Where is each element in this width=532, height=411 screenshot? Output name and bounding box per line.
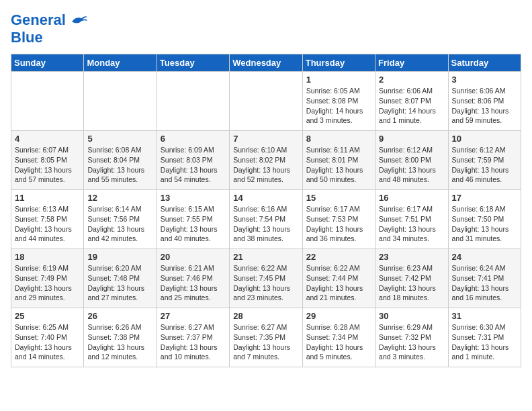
- day-number: 4: [15, 134, 80, 144]
- day-number: 19: [87, 252, 152, 262]
- day-number: 20: [161, 252, 226, 262]
- calendar-week-row: 11Sunrise: 6:13 AM Sunset: 7:58 PM Dayli…: [11, 190, 521, 249]
- day-number: 15: [306, 193, 371, 203]
- day-info: Sunrise: 6:27 AM Sunset: 7:37 PM Dayligh…: [161, 322, 226, 362]
- header-saturday: Saturday: [448, 54, 521, 72]
- calendar-cell: 29Sunrise: 6:28 AM Sunset: 7:34 PM Dayli…: [302, 308, 375, 367]
- header-thursday: Thursday: [302, 54, 375, 72]
- day-number: 26: [87, 311, 152, 321]
- calendar-cell: 23Sunrise: 6:23 AM Sunset: 7:42 PM Dayli…: [375, 249, 448, 308]
- day-info: Sunrise: 6:08 AM Sunset: 8:04 PM Dayligh…: [87, 145, 152, 185]
- calendar-cell: [157, 72, 229, 131]
- day-number: 5: [87, 134, 152, 144]
- header-sunday: Sunday: [11, 54, 84, 72]
- calendar-cell: 11Sunrise: 6:13 AM Sunset: 7:58 PM Dayli…: [11, 190, 84, 249]
- calendar-cell: [11, 72, 84, 131]
- day-number: 24: [452, 252, 517, 262]
- logo-bird-icon: [67, 11, 89, 30]
- day-info: Sunrise: 6:26 AM Sunset: 7:38 PM Dayligh…: [87, 322, 152, 362]
- calendar-cell: [84, 72, 157, 131]
- day-number: 21: [233, 252, 298, 262]
- day-info: Sunrise: 6:19 AM Sunset: 7:49 PM Dayligh…: [15, 263, 80, 303]
- calendar-cell: 7Sunrise: 6:10 AM Sunset: 8:02 PM Daylig…: [230, 131, 302, 190]
- day-number: 18: [15, 252, 80, 262]
- day-number: 16: [379, 193, 444, 203]
- calendar-cell: [230, 72, 302, 131]
- day-info: Sunrise: 6:22 AM Sunset: 7:44 PM Dayligh…: [306, 263, 371, 303]
- day-number: 14: [233, 193, 298, 203]
- calendar-cell: 26Sunrise: 6:26 AM Sunset: 7:38 PM Dayli…: [84, 308, 157, 367]
- day-number: 23: [379, 252, 444, 262]
- calendar-cell: 13Sunrise: 6:15 AM Sunset: 7:55 PM Dayli…: [157, 190, 229, 249]
- day-number: 27: [161, 311, 226, 321]
- day-number: 9: [379, 134, 444, 144]
- calendar-cell: 19Sunrise: 6:20 AM Sunset: 7:48 PM Dayli…: [84, 249, 157, 308]
- calendar-cell: 4Sunrise: 6:07 AM Sunset: 8:05 PM Daylig…: [11, 131, 84, 190]
- header-monday: Monday: [84, 54, 157, 72]
- day-number: 10: [452, 134, 517, 144]
- day-info: Sunrise: 6:27 AM Sunset: 7:35 PM Dayligh…: [233, 322, 298, 362]
- calendar-cell: 21Sunrise: 6:22 AM Sunset: 7:45 PM Dayli…: [230, 249, 302, 308]
- logo-text: General: [11, 12, 66, 28]
- page-header: General Blue: [11, 11, 521, 46]
- day-number: 30: [379, 311, 444, 321]
- calendar-table: SundayMondayTuesdayWednesdayThursdayFrid…: [11, 54, 521, 367]
- logo: General Blue: [11, 11, 89, 46]
- day-number: 6: [161, 134, 226, 144]
- day-info: Sunrise: 6:09 AM Sunset: 8:03 PM Dayligh…: [161, 145, 226, 185]
- day-number: 12: [87, 193, 152, 203]
- day-number: 11: [15, 193, 80, 203]
- calendar-week-row: 4Sunrise: 6:07 AM Sunset: 8:05 PM Daylig…: [11, 131, 521, 190]
- logo-text-blue: Blue: [11, 30, 89, 46]
- day-info: Sunrise: 6:12 AM Sunset: 8:00 PM Dayligh…: [379, 145, 444, 185]
- header-tuesday: Tuesday: [157, 54, 229, 72]
- day-number: 2: [379, 75, 444, 85]
- calendar-cell: 27Sunrise: 6:27 AM Sunset: 7:37 PM Dayli…: [157, 308, 229, 367]
- header-friday: Friday: [375, 54, 448, 72]
- day-info: Sunrise: 6:06 AM Sunset: 8:07 PM Dayligh…: [379, 86, 444, 126]
- day-info: Sunrise: 6:25 AM Sunset: 7:40 PM Dayligh…: [15, 322, 80, 362]
- day-number: 13: [161, 193, 226, 203]
- day-info: Sunrise: 6:28 AM Sunset: 7:34 PM Dayligh…: [306, 322, 371, 362]
- day-number: 7: [233, 134, 298, 144]
- calendar-cell: 1Sunrise: 6:05 AM Sunset: 8:08 PM Daylig…: [302, 72, 375, 131]
- day-info: Sunrise: 6:21 AM Sunset: 7:46 PM Dayligh…: [161, 263, 226, 303]
- calendar-cell: 28Sunrise: 6:27 AM Sunset: 7:35 PM Dayli…: [230, 308, 302, 367]
- calendar-cell: 18Sunrise: 6:19 AM Sunset: 7:49 PM Dayli…: [11, 249, 84, 308]
- calendar-cell: 31Sunrise: 6:30 AM Sunset: 7:31 PM Dayli…: [448, 308, 521, 367]
- day-info: Sunrise: 6:07 AM Sunset: 8:05 PM Dayligh…: [15, 145, 80, 185]
- calendar-cell: 5Sunrise: 6:08 AM Sunset: 8:04 PM Daylig…: [84, 131, 157, 190]
- day-number: 28: [233, 311, 298, 321]
- calendar-cell: 24Sunrise: 6:24 AM Sunset: 7:41 PM Dayli…: [448, 249, 521, 308]
- calendar-cell: 14Sunrise: 6:16 AM Sunset: 7:54 PM Dayli…: [230, 190, 302, 249]
- day-number: 17: [452, 193, 517, 203]
- day-number: 25: [15, 311, 80, 321]
- calendar-cell: 9Sunrise: 6:12 AM Sunset: 8:00 PM Daylig…: [375, 131, 448, 190]
- calendar-cell: 6Sunrise: 6:09 AM Sunset: 8:03 PM Daylig…: [157, 131, 229, 190]
- day-info: Sunrise: 6:13 AM Sunset: 7:58 PM Dayligh…: [15, 204, 80, 244]
- day-info: Sunrise: 6:29 AM Sunset: 7:32 PM Dayligh…: [379, 322, 444, 362]
- calendar-cell: 3Sunrise: 6:06 AM Sunset: 8:06 PM Daylig…: [448, 72, 521, 131]
- day-info: Sunrise: 6:17 AM Sunset: 7:51 PM Dayligh…: [379, 204, 444, 244]
- day-info: Sunrise: 6:15 AM Sunset: 7:55 PM Dayligh…: [161, 204, 226, 244]
- day-number: 31: [452, 311, 517, 321]
- day-info: Sunrise: 6:17 AM Sunset: 7:53 PM Dayligh…: [306, 204, 371, 244]
- day-info: Sunrise: 6:24 AM Sunset: 7:41 PM Dayligh…: [452, 263, 517, 303]
- day-number: 8: [306, 134, 371, 144]
- calendar-week-row: 18Sunrise: 6:19 AM Sunset: 7:49 PM Dayli…: [11, 249, 521, 308]
- calendar-cell: 10Sunrise: 6:12 AM Sunset: 7:59 PM Dayli…: [448, 131, 521, 190]
- day-info: Sunrise: 6:06 AM Sunset: 8:06 PM Dayligh…: [452, 86, 517, 126]
- day-info: Sunrise: 6:11 AM Sunset: 8:01 PM Dayligh…: [306, 145, 371, 185]
- calendar-cell: 30Sunrise: 6:29 AM Sunset: 7:32 PM Dayli…: [375, 308, 448, 367]
- day-number: 29: [306, 311, 371, 321]
- day-info: Sunrise: 6:30 AM Sunset: 7:31 PM Dayligh…: [452, 322, 517, 362]
- calendar-cell: 25Sunrise: 6:25 AM Sunset: 7:40 PM Dayli…: [11, 308, 84, 367]
- day-info: Sunrise: 6:23 AM Sunset: 7:42 PM Dayligh…: [379, 263, 444, 303]
- calendar-cell: 17Sunrise: 6:18 AM Sunset: 7:50 PM Dayli…: [448, 190, 521, 249]
- day-number: 22: [306, 252, 371, 262]
- day-info: Sunrise: 6:20 AM Sunset: 7:48 PM Dayligh…: [87, 263, 152, 303]
- calendar-week-row: 25Sunrise: 6:25 AM Sunset: 7:40 PM Dayli…: [11, 308, 521, 367]
- day-number: 1: [306, 75, 371, 85]
- day-info: Sunrise: 6:16 AM Sunset: 7:54 PM Dayligh…: [233, 204, 298, 244]
- calendar-cell: 15Sunrise: 6:17 AM Sunset: 7:53 PM Dayli…: [302, 190, 375, 249]
